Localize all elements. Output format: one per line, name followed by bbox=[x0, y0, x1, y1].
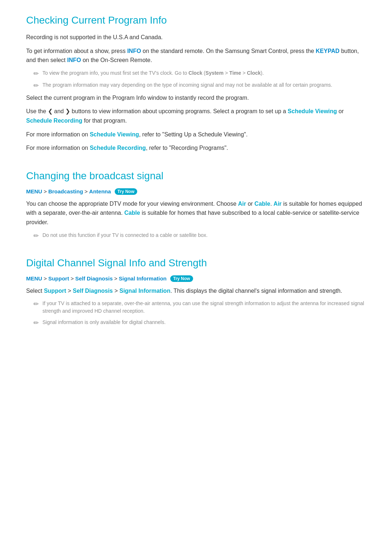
nav-broadcasting: Broadcasting bbox=[48, 188, 83, 194]
pencil-icon-1: ✏ bbox=[33, 70, 39, 78]
cable-keyword-1: Cable bbox=[254, 201, 270, 207]
nav-sep-4: > bbox=[70, 275, 74, 282]
section-digital-channel-signal: Digital Channel Signal Info and Strength… bbox=[26, 257, 366, 327]
section-title-checking: Checking Current Program Info bbox=[26, 15, 366, 26]
try-now-badge-2[interactable]: Try Now bbox=[170, 275, 193, 282]
note-digital-channels-only: ✏ Signal information is only available f… bbox=[33, 319, 366, 327]
nav-support: Support bbox=[48, 275, 69, 282]
nav-menu-2: MENU bbox=[26, 275, 42, 282]
section-title-digital-channel: Digital Channel Signal Info and Strength bbox=[26, 257, 366, 269]
pencil-icon-4: ✏ bbox=[33, 300, 39, 308]
paragraph-more-schedule-viewing: For more information on Schedule Viewing… bbox=[26, 130, 366, 139]
try-now-badge-1[interactable]: Try Now bbox=[115, 188, 138, 195]
info-keyword-2: INFO bbox=[67, 57, 81, 63]
nav-self-diagnosis: Self Diagnosis bbox=[75, 275, 113, 282]
keypad-keyword: KEYPAD bbox=[316, 48, 340, 54]
section-title-broadcast: Changing the broadcast signal bbox=[26, 170, 366, 182]
note-antenna-text: If your TV is attached to a separate, ov… bbox=[42, 300, 366, 315]
note-program-vary-text: The program information may vary dependi… bbox=[42, 81, 332, 89]
info-keyword: INFO bbox=[127, 48, 141, 54]
note-clock-setting: ✏ To view the program info, you must fir… bbox=[33, 69, 366, 78]
paragraph-more-schedule-recording: For more information on Schedule Recordi… bbox=[26, 143, 366, 153]
schedule-recording-link-2[interactable]: Schedule Recording bbox=[90, 145, 146, 151]
schedule-viewing-link-2[interactable]: Schedule Viewing bbox=[90, 131, 139, 138]
note-digital-only-text: Signal information is only available for… bbox=[42, 319, 166, 326]
section-checking-current-program-info: Checking Current Program Info Recording … bbox=[26, 15, 366, 153]
paragraph-select-current-program: Select the current program in the Progra… bbox=[26, 93, 366, 103]
note-antenna-signal-strength: ✏ If your TV is attached to a separate, … bbox=[33, 300, 366, 315]
nav-antenna: Antenna bbox=[89, 188, 111, 194]
nav-sep-2: > bbox=[85, 188, 88, 194]
pencil-icon-2: ✏ bbox=[33, 82, 39, 90]
paragraph-dtv-mode: You can choose the appropriate DTV mode … bbox=[26, 199, 366, 227]
nav-signal-information: Signal Information bbox=[119, 275, 167, 282]
paragraph-info-button: To get information about a show, press I… bbox=[26, 46, 366, 65]
nav-sep-5: > bbox=[114, 275, 118, 282]
nav-path-broadcast: MENU > Broadcasting > Antenna Try Now bbox=[26, 188, 366, 195]
signal-information-link[interactable]: Signal Information bbox=[119, 288, 170, 294]
note-clock-text: To view the program info, you must first… bbox=[42, 69, 264, 77]
air-keyword-2: Air bbox=[274, 201, 282, 207]
pencil-icon-5: ✏ bbox=[33, 319, 39, 327]
note-cable-text: Do not use this function if your TV is c… bbox=[42, 231, 208, 239]
nav-menu-1: MENU bbox=[26, 188, 42, 194]
nav-sep-1: > bbox=[44, 188, 47, 194]
self-diagnosis-link[interactable]: Self Diagnosis bbox=[73, 288, 113, 294]
paragraph-recording-not-supported: Recording is not supported in the U.S.A … bbox=[26, 33, 366, 42]
note-program-info-vary: ✏ The program information may vary depen… bbox=[33, 81, 366, 90]
nav-sep-3: > bbox=[44, 275, 47, 282]
schedule-viewing-link-1[interactable]: Schedule Viewing bbox=[288, 108, 337, 114]
pencil-icon-3: ✏ bbox=[33, 232, 39, 240]
section-changing-broadcast-signal: Changing the broadcast signal MENU > Bro… bbox=[26, 170, 366, 240]
note-cable-satellite-box: ✏ Do not use this function if your TV is… bbox=[33, 231, 366, 240]
cable-keyword-2: Cable bbox=[124, 210, 140, 216]
support-link[interactable]: Support bbox=[44, 288, 66, 294]
paragraph-use-buttons: Use the ❮ and ❯ buttons to view informat… bbox=[26, 107, 366, 125]
paragraph-signal-info: Select Support > Self Diagnosis > Signal… bbox=[26, 286, 366, 296]
nav-path-signal: MENU > Support > Self Diagnosis > Signal… bbox=[26, 275, 366, 282]
air-keyword-1: Air bbox=[238, 201, 246, 207]
schedule-recording-link-1[interactable]: Schedule Recording bbox=[26, 118, 82, 124]
